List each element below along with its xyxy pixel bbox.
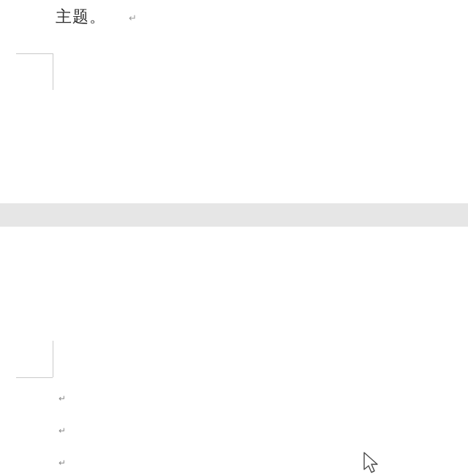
margin-corner-bottom-left	[16, 53, 53, 90]
body-text-line[interactable]: 主题。 ↵	[56, 6, 137, 28]
margin-corner-top-left	[16, 341, 53, 377]
document-page-2[interactable]: ↵ ↵ ↵	[0, 227, 468, 476]
text-run[interactable]: 主题。	[56, 7, 106, 26]
paragraph-mark-icon: ↵	[58, 426, 66, 436]
paragraph-mark-icon: ↵	[58, 458, 66, 468]
paragraph-mark-icon: ↵	[58, 393, 66, 404]
paragraph-mark-icon: ↵	[129, 12, 137, 23]
document-page-1[interactable]: 主题。 ↵	[0, 0, 468, 203]
